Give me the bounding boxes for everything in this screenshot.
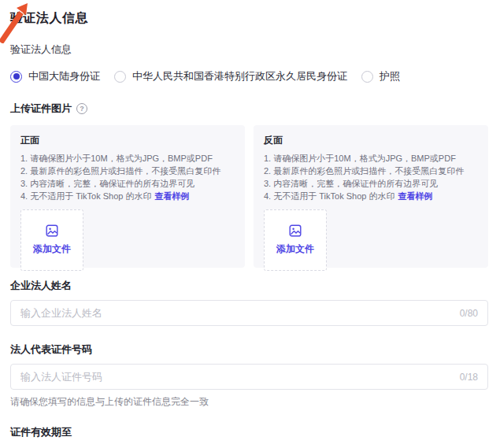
id-number-input[interactable] xyxy=(20,371,454,383)
picture-icon xyxy=(289,224,302,237)
radio-unselected-icon[interactable] xyxy=(361,71,373,83)
rule-item: 2. 最新原件的彩色照片或扫描件，不接受黑白复印件 xyxy=(20,165,235,177)
radio-option-passport[interactable]: 护照 xyxy=(361,69,400,83)
add-file-label: 添加文件 xyxy=(276,243,314,256)
rule-item: 3. 内容清晰，完整，确保证件的所有边界可见 xyxy=(20,177,235,190)
upload-rules: 1. 请确保图片小于10M，格式为JPG，BMP或PDF 2. 最新原件的彩色照… xyxy=(20,152,235,202)
rule-item: 1. 请确保图片小于10M，格式为JPG，BMP或PDF xyxy=(264,152,478,165)
picture-icon xyxy=(46,224,58,237)
upload-panel-back: 反面 1. 请确保图片小于10M，格式为JPG，BMP或PDF 2. 最新原件的… xyxy=(254,125,488,268)
upload-section-label: 上传证件图片 xyxy=(10,102,72,116)
legal-name-input[interactable] xyxy=(20,307,454,319)
add-file-dropzone[interactable]: 添加文件 xyxy=(20,209,83,271)
upload-rules: 1. 请确保图片小于10M，格式为JPG，BMP或PDF 2. 最新原件的彩色照… xyxy=(264,152,478,202)
radio-unselected-icon[interactable] xyxy=(114,71,126,83)
add-file-dropzone[interactable]: 添加文件 xyxy=(264,209,327,271)
view-sample-link[interactable]: 查看样例 xyxy=(154,191,189,201)
rule-text: 4. 无不适用于 TikTok Shop 的水印 xyxy=(20,191,151,201)
rule-text: 4. 无不适用于 TikTok Shop 的水印 xyxy=(264,191,394,201)
rule-item: 4. 无不适用于 TikTok Shop 的水印查看样例 xyxy=(20,190,235,202)
radio-option-label: 中华人民共和国香港特别行政区永久居民身份证 xyxy=(132,69,347,83)
rule-item: 3. 内容清晰，完整，确保证件的所有边界可见 xyxy=(264,177,478,190)
id-number-field: 0/18 xyxy=(10,364,488,390)
add-file-label: 添加文件 xyxy=(33,243,71,256)
panel-title: 正面 xyxy=(20,134,235,147)
validity-label: 证件有效期至 xyxy=(10,425,488,439)
legal-name-field: 0/80 xyxy=(10,300,488,326)
rule-item: 4. 无不适用于 TikTok Shop 的水印查看样例 xyxy=(264,190,478,202)
upload-panel-front: 正面 1. 请确保图片小于10M，格式为JPG，BMP或PDF 2. 最新原件的… xyxy=(10,125,245,268)
help-question-icon[interactable]: ? xyxy=(76,103,87,114)
upload-panels: 正面 1. 请确保图片小于10M，格式为JPG，BMP或PDF 2. 最新原件的… xyxy=(10,125,488,268)
radio-option-label: 中国大陆身份证 xyxy=(28,69,100,83)
page-title: 验证法人信息 xyxy=(10,10,488,27)
radio-option-mainland-id[interactable]: 中国大陆身份证 xyxy=(10,69,100,83)
rule-item: 2. 最新原件的彩色照片或扫描件，不接受黑白复印件 xyxy=(264,165,478,177)
radio-option-label: 护照 xyxy=(380,69,400,83)
id-number-label: 法人代表证件号码 xyxy=(10,342,488,357)
legal-person-verification-page: 验证法人信息 验证法人信息 中国大陆身份证 中华人民共和国香港特别行政区永久居民… xyxy=(0,0,500,448)
char-counter: 0/18 xyxy=(460,372,478,383)
upload-section-header: 上传证件图片 ? xyxy=(10,102,488,116)
id-number-helper-text: 请确保您填写的信息与上传的证件信息完全一致 xyxy=(10,395,488,409)
radio-option-hk-permanent-id[interactable]: 中华人民共和国香港特别行政区永久居民身份证 xyxy=(114,69,347,83)
id-type-section-label: 验证法人信息 xyxy=(10,43,488,57)
legal-name-label: 企业法人姓名 xyxy=(10,279,488,293)
radio-selected-icon[interactable] xyxy=(10,71,22,83)
rule-item: 1. 请确保图片小于10M，格式为JPG，BMP或PDF xyxy=(20,152,235,165)
panel-title: 反面 xyxy=(264,134,478,147)
id-type-radio-group: 中国大陆身份证 中华人民共和国香港特别行政区永久居民身份证 护照 xyxy=(10,69,488,83)
char-counter: 0/80 xyxy=(460,308,478,319)
view-sample-link[interactable]: 查看样例 xyxy=(398,191,432,201)
